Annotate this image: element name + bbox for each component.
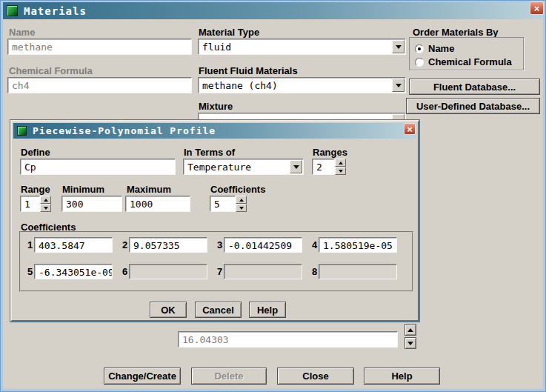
fluent-app-icon [17, 126, 27, 136]
minimum-label: Minimum [62, 184, 104, 195]
mixture-value [199, 113, 405, 116]
ranges-value: 2 [313, 159, 334, 173]
coefficient-3-input[interactable]: -0.01442509 [224, 237, 302, 253]
define-value: Cp [21, 159, 175, 173]
coefficient-5-value: -6.343051e-09 [35, 265, 112, 278]
coefficient-8-index: 8 [312, 266, 317, 277]
ranges-increment-icon[interactable] [335, 159, 346, 167]
coefficient-3-value: -0.01442509 [224, 238, 302, 251]
piecewise-polynomial-profile-dialog: Piecewise-Polynomial Profile Define Cp I… [10, 120, 419, 322]
properties-scroll-down-icon[interactable] [404, 337, 416, 349]
coefficient-2-index: 2 [122, 239, 127, 250]
coefficients-count-label: Coefficients [210, 184, 265, 195]
name-input[interactable]: methane [7, 39, 192, 55]
define-label: Define [21, 147, 50, 158]
delete-button: Delete [191, 368, 267, 385]
close-icon[interactable] [404, 123, 416, 135]
material-type-label: Material Type [199, 27, 259, 38]
in-terms-of-label: In Terms of [184, 147, 235, 158]
cancel-button[interactable]: Cancel [195, 302, 242, 318]
coefficients-count-value: 5 [210, 196, 235, 210]
coefficient-6-value [130, 265, 207, 267]
fluent-database-button-label: Fluent Database... [433, 82, 516, 93]
close-button[interactable]: Close [277, 368, 354, 385]
fluent-database-button[interactable]: Fluent Database... [409, 79, 540, 95]
coefficient-7-value [224, 265, 302, 267]
range-decrement-icon[interactable] [40, 204, 51, 212]
fluent-fluid-materials-label: Fluent Fluid Materials [199, 65, 298, 76]
user-defined-database-button-label: User-Defined Database... [416, 101, 530, 112]
range-stepper [40, 196, 51, 212]
molecular-weight-value: 16.04303 [179, 332, 397, 345]
coefficient-6-input [129, 264, 207, 279]
ranges-input[interactable]: 2 [312, 159, 335, 175]
ok-button-label: OK [161, 305, 176, 316]
change-create-button-label: Change/Create [108, 371, 176, 382]
maximum-input[interactable]: 1000 [125, 196, 190, 212]
chemical-formula-value: ch4 [8, 78, 191, 91]
minimum-input[interactable]: 300 [61, 196, 122, 212]
coefficient-2-input[interactable]: 9.057335 [129, 237, 207, 253]
material-type-chevron-down-icon[interactable] [392, 40, 404, 53]
coefficient-4-index: 4 [312, 239, 317, 250]
materials-titlebar[interactable]: Materials [3, 2, 543, 19]
delete-button-label: Delete [214, 371, 243, 382]
order-by-name-label: Name [428, 43, 454, 54]
profile-dialog-titlebar[interactable]: Piecewise-Polynomial Profile [13, 123, 416, 139]
material-type-dropdown[interactable]: fluid [198, 39, 406, 55]
chemical-formula-input[interactable]: ch4 [7, 77, 192, 93]
order-by-name-radio[interactable]: Name [415, 43, 454, 54]
coefficients-count-input[interactable]: 5 [210, 196, 236, 212]
mixture-label: Mixture [199, 101, 233, 112]
change-create-button[interactable]: Change/Create [104, 368, 181, 385]
help-button[interactable]: Help [364, 368, 440, 385]
name-label: Name [9, 27, 35, 38]
coefficients-stepper [236, 196, 247, 212]
coefficient-3-index: 3 [217, 239, 222, 250]
coefficient-2-value: 9.057335 [130, 238, 207, 251]
define-input[interactable]: Cp [20, 159, 176, 175]
coefficients-decrement-icon[interactable] [236, 204, 247, 212]
fluent-window-frame: Materials Name methane Chemical Formula … [0, 0, 546, 392]
range-input[interactable]: 1 [20, 196, 40, 212]
coefficient-5-index: 5 [27, 266, 33, 277]
coefficient-1-input[interactable]: 403.5847 [34, 237, 113, 253]
user-defined-database-button[interactable]: User-Defined Database... [406, 98, 540, 114]
coefficient-1-value: 403.5847 [35, 238, 112, 251]
minimum-value: 300 [62, 196, 121, 210]
coefficient-8-input [319, 264, 397, 279]
dialog-help-button-label: Help [257, 305, 278, 316]
dialog-help-button[interactable]: Help [249, 302, 286, 318]
coefficient-7-input [224, 264, 302, 279]
range-increment-icon[interactable] [40, 196, 51, 204]
coefficient-8-value [319, 265, 396, 267]
coefficient-4-value: 1.580519e-05 [319, 238, 396, 251]
cancel-button-label: Cancel [202, 305, 234, 316]
coefficient-4-input[interactable]: 1.580519e-05 [319, 237, 397, 253]
in-terms-of-dropdown[interactable]: Temperature [183, 159, 304, 175]
material-type-value: fluid [199, 39, 405, 53]
fluent-fluid-materials-value: methane (ch4) [199, 78, 405, 91]
molecular-weight-input[interactable]: 16.04303 [178, 331, 398, 348]
fluent-fluid-materials-dropdown[interactable]: methane (ch4) [198, 77, 406, 93]
close-button-label: Close [302, 371, 328, 382]
ranges-decrement-icon[interactable] [335, 167, 346, 175]
in-terms-of-chevron-down-icon[interactable] [290, 160, 302, 173]
coefficient-7-index: 7 [217, 266, 222, 277]
chemical-formula-label: Chemical Formula [9, 65, 93, 76]
profile-dialog-title: Piecewise-Polynomial Profile [33, 125, 216, 136]
order-by-chemical-formula-radio[interactable]: Chemical Formula [415, 56, 512, 67]
name-value: methane [8, 39, 191, 53]
order-materials-by-label: Order Materials By [413, 27, 499, 38]
ok-button[interactable]: OK [150, 302, 187, 318]
close-icon[interactable] [530, 1, 544, 15]
coefficient-1-index: 1 [27, 239, 33, 250]
radio-circle-icon[interactable] [415, 44, 424, 53]
maximum-value: 1000 [126, 196, 190, 210]
fluent-fluid-materials-chevron-down-icon[interactable] [392, 79, 404, 92]
ranges-stepper [335, 159, 346, 175]
properties-scroll-up-icon[interactable] [404, 324, 416, 336]
coefficients-increment-icon[interactable] [236, 196, 247, 204]
radio-circle-icon[interactable] [415, 58, 424, 67]
coefficient-5-input[interactable]: -6.343051e-09 [34, 264, 113, 279]
